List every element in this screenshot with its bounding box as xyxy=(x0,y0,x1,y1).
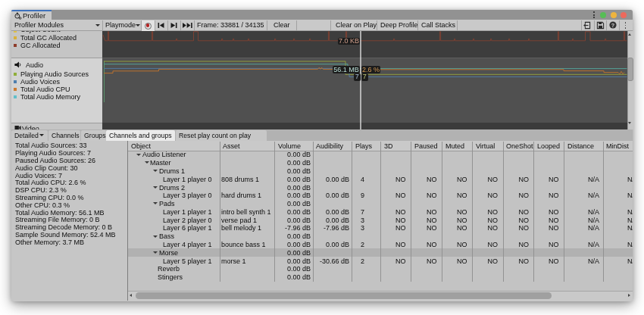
svg-text:?: ? xyxy=(611,22,614,29)
